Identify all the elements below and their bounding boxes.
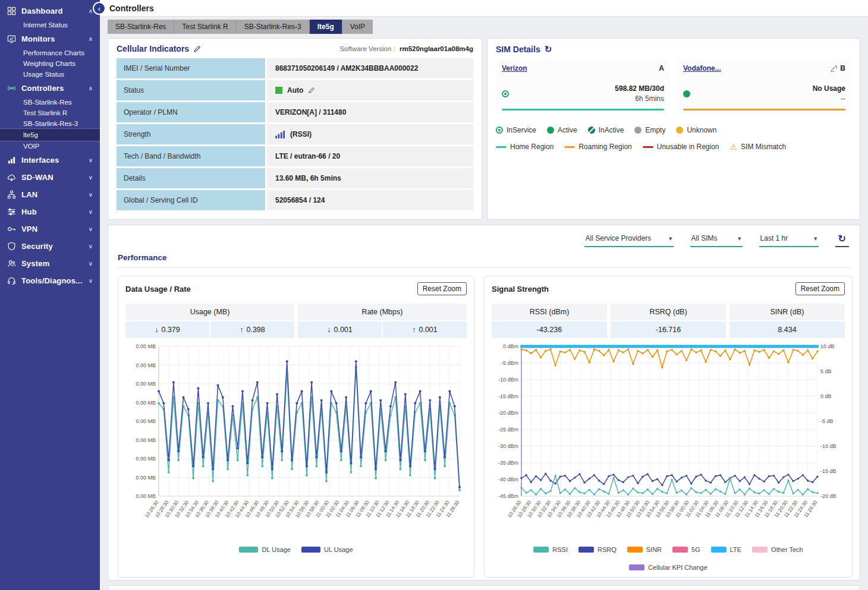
sidebar-item-monitors[interactable]: Monitors ∧ [0, 30, 100, 48]
reset-zoom-button[interactable]: Reset Zoom [795, 282, 845, 295]
sidebar-item-performance-charts[interactable]: Performance Charts [0, 48, 100, 58]
stat-values: 8.434 [729, 321, 845, 338]
legend-label: UL Usage [324, 546, 353, 553]
arrow-up-icon: ↑ [412, 326, 416, 334]
performance-card: All Service Providers ▾ All SIMs ▾ Last … [108, 225, 860, 580]
rate-stat-group: Rate (Mbps) ↓0.001 ↑0.001 [298, 304, 467, 338]
svg-text:-15 dBm: -15 dBm [498, 393, 518, 399]
sidebar-item-weighting-charts[interactable]: Weighting Charts [0, 58, 100, 69]
usage-chart[interactable]: 0.00 MB0.00 MB0.00 MB0.00 MB0.00 MB0.00 … [125, 342, 467, 546]
collapse-sidebar-button[interactable]: ‹ [94, 3, 105, 14]
rate-down-value: 0.001 [334, 326, 352, 334]
stat-values: ↓0.379 ↑0.398 [125, 321, 294, 338]
legend-label: SINR [646, 546, 662, 553]
svg-text:-20 dB: -20 dB [820, 493, 836, 499]
legend-sinr: SINR [627, 546, 662, 553]
service-provider-value: All Service Providers [586, 234, 652, 242]
legend-dl-usage: DL Usage [239, 546, 291, 553]
sidebar-item-controllers[interactable]: Controllers ∧ [0, 80, 100, 97]
legend-other-tech: Other Tech [752, 546, 803, 553]
signal-chart[interactable]: 0 dBm-5 dBm-10 dBm-15 dBm-20 dBm-25 dBm-… [492, 342, 845, 546]
sidebar-item-interfaces[interactable]: Interfaces ∨ [0, 152, 100, 169]
vpn-icon [7, 225, 16, 234]
tab-voip[interactable]: VoIP [342, 20, 373, 34]
edit-icon[interactable] [193, 45, 201, 53]
svg-text:-25 dBm: -25 dBm [498, 427, 518, 433]
rate-down: ↓0.001 [298, 321, 382, 338]
sim-panel-a[interactable]: Verizon A 598.82 MB/30d 6h 5mins [496, 59, 670, 111]
software-version-label: Software Version : [339, 45, 395, 52]
sidebar-item-vpn[interactable]: VPN ∨ [0, 220, 100, 238]
legend-rssi: RSSI [533, 546, 568, 553]
refresh-icon[interactable]: ↻ [835, 234, 849, 247]
tab-test-starlink-r[interactable]: Test Starlink R [174, 20, 236, 34]
sidebar-item-test-starlink-r[interactable]: Test Starlink R [0, 108, 100, 118]
sim-b-name-link[interactable]: Vodafone... [683, 64, 721, 72]
cellular-row: Details 13.60 MB, 6h 5mins [117, 168, 473, 188]
sim-a-name-link[interactable]: Verizon [502, 64, 527, 72]
sidebar-item-internet-status[interactable]: Internet Status [0, 20, 100, 30]
cellular-row: IMEI / Serial Number 868371050206149 / A… [117, 58, 473, 78]
sim-b-usage-value: No Usage [813, 84, 845, 93]
sidebar-item-sb-starlink-res[interactable]: SB-Starlink-Res [0, 97, 100, 108]
active-icon [547, 127, 554, 134]
row-label: Operator / PLMN [117, 102, 265, 122]
sidebar: Dashboard ∧ Internet Status Monitors ∧ P… [0, 0, 100, 590]
legend-empty: Empty [634, 126, 665, 134]
sims-select[interactable]: All SIMs ▾ [690, 232, 743, 247]
sim-b-usage: No Usage -- [813, 84, 845, 103]
legend-label: DL Usage [262, 546, 291, 553]
cellular-row: Tech / Band / Bandwidth LTE / eutran-66 … [117, 146, 473, 166]
sidebar-item-tools-diagnostics[interactable]: Tools/Diagnos... ∨ [0, 272, 100, 289]
reset-zoom-button[interactable]: Reset Zoom [417, 282, 467, 295]
svg-text:0.00 MB: 0.00 MB [136, 475, 156, 481]
stat-header: SINR (dB) [729, 304, 845, 320]
rssi-value: -43.236 [492, 321, 607, 338]
stat-header: Usage (MB) [125, 304, 294, 320]
sidebar-item-voip[interactable]: VOIP [0, 141, 100, 152]
status-green-indicator [275, 87, 282, 94]
cellular-title-text: Cellular Indicators [117, 44, 189, 53]
edit-icon[interactable] [308, 87, 315, 94]
sidebar-item-label: Interfaces [21, 156, 83, 165]
time-range-select[interactable]: Last 1 hr ▾ [759, 232, 819, 247]
legend-kpi-change: Cellular KPI Change [492, 564, 845, 571]
tab-lte5g[interactable]: lte5g [310, 20, 342, 34]
legend-label: Active [558, 126, 577, 134]
sidebar-item-label: SD-WAN [21, 173, 83, 182]
chevron-down-icon: ∨ [89, 243, 93, 250]
stat-header: RSRQ (dB) [611, 304, 726, 320]
signal-stats: RSSI (dBm) -43.236 RSRQ (dB) -16.716 SIN… [492, 304, 845, 338]
usage-stats: Usage (MB) ↓0.379 ↑0.398 Rate (Mbps) ↓0.… [125, 304, 467, 338]
interfaces-icon [7, 156, 16, 165]
dl-usage-swatch [239, 547, 258, 553]
service-provider-select[interactable]: All Service Providers ▾ [584, 232, 674, 247]
sidebar-item-dashboard[interactable]: Dashboard ∧ [0, 2, 100, 20]
sim-region-legend: Home Region Roaming Region Unusable in R… [496, 143, 851, 151]
sidebar-item-sdwan[interactable]: SD-WAN ∨ [0, 169, 100, 186]
sidebar-item-lan[interactable]: LAN ∨ [0, 186, 100, 203]
sidebar-item-security[interactable]: Security ∨ [0, 238, 100, 255]
legend-label: Unusable in Region [657, 143, 719, 151]
refresh-icon[interactable]: ↻ [545, 44, 552, 55]
sidebar-item-system[interactable]: System ∨ [0, 255, 100, 272]
sidebar-item-hub[interactable]: Hub ∨ [0, 203, 100, 220]
sidebar-item-usage-status[interactable]: Usage Status [0, 69, 100, 80]
home-region-swatch [496, 146, 507, 148]
svg-text:0.00 MB: 0.00 MB [136, 400, 156, 406]
sidebar-item-lte5g[interactable]: lte5g [0, 129, 100, 141]
svg-text:0.00 MB: 0.00 MB [136, 456, 156, 462]
kpi-change-swatch [629, 564, 644, 570]
tab-sb-starlink-res-3[interactable]: SB-Starlink-Res-3 [237, 20, 310, 34]
cellular-row: Global / Serving Cell ID 52056854 / 124 [117, 190, 473, 210]
tab-sb-starlink-res[interactable]: SB-Starlink-Res [108, 20, 174, 34]
sidebar-item-label: VPN [21, 225, 83, 234]
svg-text:-30 dBm: -30 dBm [498, 443, 518, 449]
system-icon [7, 259, 16, 268]
content: Cellular Indicators Software Version : r… [100, 34, 868, 590]
sidebar-item-sb-starlink-res-3[interactable]: SB-Starlink-Res-3 [0, 118, 100, 129]
sim-panel-b[interactable]: Vodafone... B No Usage -- [677, 59, 851, 111]
roaming-region-swatch [564, 146, 575, 148]
svg-text:0 dBm: 0 dBm [503, 343, 518, 349]
svg-text:-35 dBm: -35 dBm [498, 460, 518, 466]
